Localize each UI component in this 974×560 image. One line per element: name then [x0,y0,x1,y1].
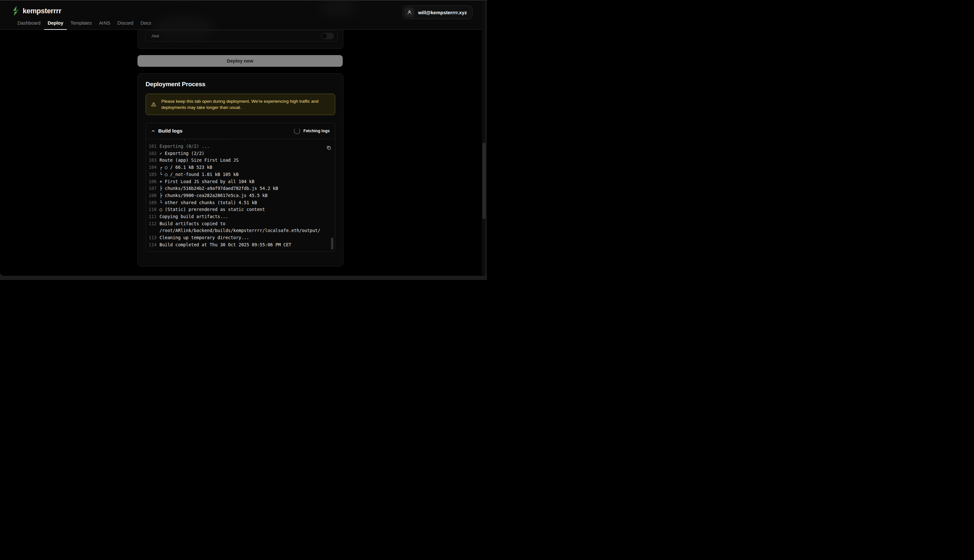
log-line: 107├ chunks/516b24b2-a9af97daed782fdb.js… [148,185,335,192]
brand-name: kempsterrrr [23,7,61,15]
toggle-knob [322,33,327,38]
nav-item-templates[interactable]: Templates [67,20,95,30]
log-line-text: ├ chunks/9900-cea282a28617e5ca.js 45.5 k… [160,192,267,199]
page-scrollbar[interactable] [482,0,487,276]
user-icon [405,7,414,17]
log-line-text: Build completed at Thu 30 Oct 2025 09:55… [160,242,291,248]
header-blur-ghost [152,15,214,38]
top-nav: kempsterrrr DashboardDeployTemplatesArNS… [0,0,487,30]
nav-item-arns[interactable]: ArNS [95,20,114,30]
nav-item-deploy[interactable]: Deploy [44,20,67,30]
app-window: ./out Deploy now Deployment Process Plea… [0,0,487,280]
deployment-process-title: Deployment Process [145,81,205,88]
log-line-number: 112 [148,220,157,228]
log-line-number: 108 [148,192,157,199]
log-line-text: Build artifacts copied to [160,220,225,228]
nav-item-discord[interactable]: Discord [114,20,137,30]
log-line-text: Copying build artifacts... [160,213,228,220]
nav-item-docs[interactable]: Docs [137,20,155,30]
account-email: will@kempsterrrr.xyz [418,10,467,15]
deploy-now-button[interactable]: Deploy now [137,55,343,67]
log-line-number: 110 [148,206,157,213]
log-lines: 101Exporting (0/2) ...102✓ Exporting (2/… [148,143,335,248]
output-directory-toggle[interactable] [321,33,334,39]
copy-icon [327,145,331,150]
page: ./out Deploy now Deployment Process Plea… [0,0,487,276]
loading-spinner-icon [294,128,300,134]
deployment-process-card: Deployment Process Please keep this tab … [137,73,344,267]
log-line-number: 105 [148,171,157,178]
build-logs-title: Build logs [158,128,183,134]
chevron-up-icon [151,129,155,133]
log-line-number: 101 [148,143,157,150]
log-line-text: └ ○ /_not-found 1.01 kB 105 kB [160,171,238,178]
log-line-text: ○ (Static) prerendered as static content [160,206,265,213]
log-line: 102✓ Exporting (2/2) [148,150,335,157]
log-line-number: 114 [148,242,157,248]
log-line-number: 106 [148,178,157,185]
window-top-edge [0,0,487,1]
log-line-number: 103 [148,157,157,164]
main-nav: DashboardDeployTemplatesArNSDiscordDocs [14,20,155,30]
log-line: 114Build completed at Thu 30 Oct 2025 09… [148,242,335,248]
log-line-text: └ other shared chunks (total) 4.51 kB [160,199,257,207]
brand-logo-icon [12,6,20,16]
log-line: 104┌ ○ / 66.1 kB 523 kB [148,164,335,171]
log-line: 113Cleaning up temporary directory... [148,234,335,242]
warning-banner: Please keep this tab open during deploym… [145,94,335,115]
nav-item-dashboard[interactable]: Dashboard [14,20,44,30]
build-logs-header[interactable]: Build logs Fetching logs [146,123,335,139]
log-line: 108├ chunks/9900-cea282a28617e5ca.js 45.… [148,192,335,199]
log-line: 109└ other shared chunks (total) 4.51 kB [148,199,335,207]
copy-logs-button[interactable] [325,144,332,151]
log-line-clipped: Collecting build traces ... [148,139,335,143]
header-blur-ghost [319,0,358,17]
build-logs-status: Fetching logs [294,128,330,134]
log-line-number: 109 [148,199,157,207]
log-line-text: Exporting (0/2) ... [160,143,209,150]
log-line-number: 102 [148,150,157,157]
warning-text: Please keep this tab open during deploym… [162,98,330,111]
build-logs-panel: Build logs Fetching logs Collecting buil… [145,123,335,252]
build-logs-status-label: Fetching logs [304,129,330,133]
log-line: 110○ (Static) prerendered as static cont… [148,206,335,213]
log-line: 105└ ○ /_not-found 1.01 kB 105 kB [148,171,335,178]
log-line-number: 113 [148,234,157,242]
log-line-number: 104 [148,164,157,171]
log-line-number [148,227,157,234]
log-line-text: Collecting build traces ... [160,139,230,142]
account-button[interactable]: will@kempsterrrr.xyz [403,5,472,19]
build-logs-output[interactable]: Collecting build traces ... 101Exporting… [146,139,335,252]
page-scrollbar-edge [486,0,486,276]
log-line: 103Route (app) Size First Load JS [148,157,335,164]
brand[interactable]: kempsterrrr [12,6,61,16]
page-scrollbar-thumb[interactable] [482,143,485,219]
window-bottom-edge [0,276,487,280]
log-line: /root/ARlink/backend/builds/kempsterrrr/… [148,227,335,234]
log-line-number: 111 [148,213,157,220]
warning-icon [151,101,156,108]
log-line: 112Build artifacts copied to [148,220,335,228]
log-line-text: + First Load JS shared by all 104 kB [160,178,255,185]
log-line-text: Cleaning up temporary directory... [160,234,249,242]
log-line-text: ✓ Exporting (2/2) [160,150,204,157]
log-scrollbar-thumb[interactable] [331,238,333,250]
log-line: 101Exporting (0/2) ... [148,143,335,150]
log-line-text: /root/ARlink/backend/builds/kempsterrrr/… [160,227,320,234]
log-line-text: ├ chunks/516b24b2-a9af97daed782fdb.js 54… [160,185,278,192]
log-line-text: ┌ ○ / 66.1 kB 523 kB [160,164,212,171]
log-line-number: 107 [148,185,157,192]
log-line: 111Copying build artifacts... [148,213,335,220]
log-line-text: Route (app) Size First Load JS [160,157,238,164]
log-line: 106+ First Load JS shared by all 104 kB [148,178,335,185]
